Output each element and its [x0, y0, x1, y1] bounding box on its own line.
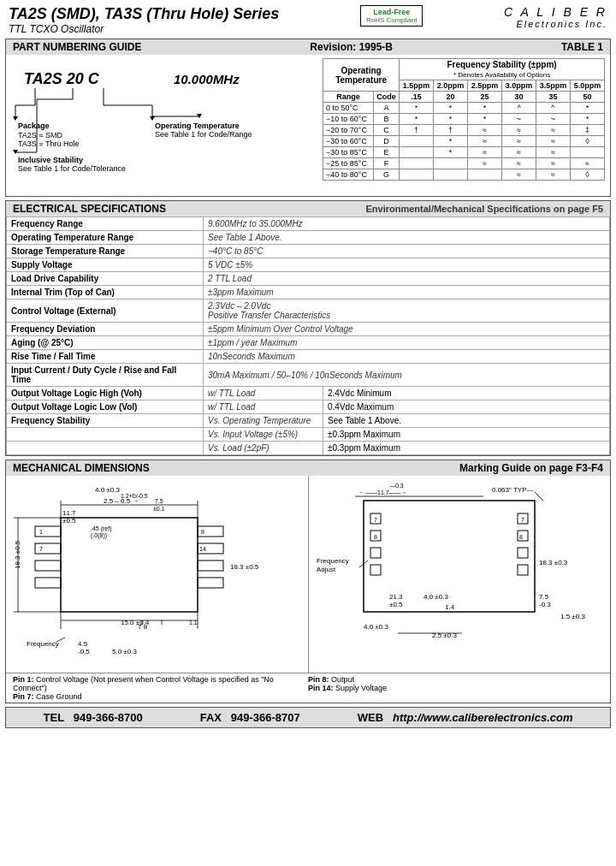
condition-cell: Vs. Operating Temperature	[204, 414, 323, 428]
svg-text:Inclusive Stability: Inclusive Stability	[18, 156, 83, 164]
stability-cell: *	[400, 103, 434, 114]
param-cell: Rise Time / Fall Time	[7, 350, 204, 364]
env-note: Environmental/Mechanical Specifications …	[365, 204, 603, 214]
electrical-section: ELECTRICAL SPECIFICATIONS Environmental/…	[5, 200, 611, 456]
ppm-col-2: 2.0ppm	[434, 80, 468, 92]
value-cell: 10nSeconds Maximum	[204, 350, 610, 364]
part-diagram-svg: TA2S 20 C 10.000MHz	[11, 58, 276, 191]
stability-cell: ≈	[536, 147, 570, 158]
value-cell: ±1ppm / year Maximum	[204, 336, 610, 350]
stability-cell	[400, 158, 434, 169]
svg-text:18.3 ±0.3: 18.3 ±0.3	[539, 559, 568, 566]
stability-cell: *	[434, 147, 468, 158]
value-cell: ±3ppm Maximum	[204, 286, 610, 300]
table-row: 0 to 50°CA***^^*	[323, 103, 605, 114]
part-numbering-section: PART NUMBERING GUIDE Revision: 1995-B TA…	[5, 39, 611, 197]
part-numbering-header: PART NUMBERING GUIDE Revision: 1995-B TA…	[6, 39, 610, 55]
brand-name: C A L I B E R	[504, 5, 607, 19]
pin-notes-right: Pin 8: Output Pin 14: Supply Voltage	[308, 675, 603, 701]
stability-cell: ≈	[502, 136, 536, 147]
code-cell: G	[374, 169, 400, 181]
svg-text:4.5: 4.5	[78, 640, 88, 648]
op-temp-header: OperatingTemperature	[323, 59, 400, 92]
svg-text:Frequency: Frequency	[27, 640, 59, 648]
table-row: Storage Temperature Range−40°C to 85°C	[7, 245, 610, 258]
temp-range-cell: 0 to 50°C	[323, 103, 374, 114]
marking-guide-svg: 0.063" TYP— ←——11.7——→ —0.3	[312, 479, 607, 667]
svg-text:4.0 ±0.3: 4.0 ±0.3	[424, 593, 448, 601]
svg-text:14: 14	[199, 546, 206, 552]
param-cell: Internal Trim (Top of Can)	[7, 286, 204, 300]
svg-text:8: 8	[201, 529, 204, 535]
svg-text:11.7: 11.7	[62, 509, 76, 517]
table-row: Frequency Deviation±5ppm Minimum Over Co…	[7, 323, 610, 336]
revision-label: Revision: 1995-B	[310, 41, 393, 53]
stability-cell: *	[434, 114, 468, 125]
stability-cell: †	[400, 125, 434, 136]
value-cell: See Table 1 Above.	[323, 414, 610, 428]
svg-text:1: 1	[39, 529, 43, 535]
badge-line2: RoHS Compliant	[366, 16, 418, 24]
code-cell: B	[374, 114, 400, 125]
svg-line-68	[535, 492, 543, 501]
table-row: −10 to 60°CB***~~*	[323, 114, 605, 125]
table-row: Input Current / Duty Cycle / Rise and Fa…	[7, 364, 610, 387]
table-row: Internal Trim (Top of Can)±3ppm Maximum	[7, 286, 610, 300]
stability-cell	[400, 136, 434, 147]
svg-text:TA2S  20  C: TA2S 20 C	[24, 70, 100, 87]
param-cell: Aging (@ 25°C)	[7, 336, 204, 350]
svg-text:7.5: 7.5	[155, 498, 163, 504]
pin-notes: Pin 1: Control Voltage (Not present when…	[6, 673, 610, 703]
table-row: Output Voltage Logic Low (Vol)w/ TTL Loa…	[7, 400, 610, 414]
svg-text:See Table 1 for Code/Tolerance: See Table 1 for Code/Tolerance	[18, 164, 126, 173]
temp-range-cell: −20 to 70°C	[323, 125, 374, 136]
pin7-label: Pin 7: Case Ground	[13, 692, 82, 701]
electrical-title: ELECTRICAL SPECIFICATIONS	[13, 203, 166, 215]
table-row: Load Drive Capability2 TTL Load	[7, 272, 610, 286]
footer-web: WEB http://www.caliberelectronics.com	[358, 711, 573, 724]
temp-range-cell: −10 to 60°C	[323, 114, 374, 125]
value-cell: 30mA Maximum / 50–10% / 10nSeconds Maxim…	[204, 364, 610, 387]
part-numbering-title: PART NUMBERING GUIDE	[13, 41, 141, 53]
freq-stability-header: Frequency Stability (±ppm) * Denotes Ava…	[400, 59, 605, 80]
svg-text:Operating Temperature: Operating Temperature	[155, 122, 240, 130]
ppm-col-5: 3.5ppm	[536, 80, 570, 92]
stability-cell: ≈	[468, 158, 502, 169]
mechanical-section: MECHANICAL DIMENSIONS Marking Guide on p…	[5, 460, 611, 703]
param-cell: Output Voltage Logic High (Voh)	[7, 387, 204, 400]
svg-text:Package: Package	[18, 122, 50, 130]
stability-cell	[434, 169, 468, 181]
value-cell: 5 VDC ±5%	[204, 258, 610, 272]
pin14-label: Pin 14: Supply Voltage	[308, 684, 387, 692]
freq-stability-table-element: OperatingTemperature Frequency Stability…	[323, 58, 605, 181]
svg-text:-0.3: -0.3	[539, 601, 551, 608]
code-header: Code	[374, 92, 400, 103]
svg-rect-27	[35, 561, 61, 571]
pin1-label: Pin 1: Control Voltage (Not present when…	[13, 675, 274, 692]
table-row: −30 to 60°CD*≈≈≈◊	[323, 136, 605, 147]
svg-text:21.3: 21.3	[389, 593, 403, 601]
part-numbering-content: TA2S 20 C 10.000MHz	[6, 55, 610, 196]
svg-text:1.1: 1.1	[189, 620, 198, 626]
mechanical-title: MECHANICAL DIMENSIONS	[13, 462, 150, 474]
table-row: Frequency StabilityVs. Operating Tempera…	[7, 414, 610, 428]
param-cell: Supply Voltage	[7, 258, 204, 272]
stability-cell: *	[570, 103, 604, 114]
svg-text:18.3 ±0.5: 18.3 ±0.5	[230, 563, 259, 571]
svg-text:—0.3: —0.3	[389, 483, 404, 489]
part-diagram: TA2S 20 C 10.000MHz	[11, 58, 317, 193]
code-cell: D	[374, 136, 400, 147]
svg-text:TA3S = Thru Hole: TA3S = Thru Hole	[18, 139, 79, 148]
brand-subtitle: Electronics Inc.	[504, 19, 607, 29]
stability-cell: *	[468, 114, 502, 125]
pin8-label: Pin 8: Output	[308, 675, 354, 684]
svg-text:8: 8	[374, 534, 377, 540]
svg-text:15.0 ±0.4: 15.0 ±0.4	[121, 619, 150, 626]
table-row: Vs. Input Voltage (±5%)±0.3ppm Maximum	[7, 428, 610, 442]
footer-fax: FAX 949-366-8707	[200, 711, 300, 724]
param-cell: Frequency Deviation	[7, 323, 204, 336]
brand-block: C A L I B E R Electronics Inc.	[504, 5, 607, 29]
stability-cell: ≈	[570, 158, 604, 169]
svg-text:1.5 ±0.3: 1.5 ±0.3	[560, 613, 585, 620]
code-val-2: 20	[434, 92, 468, 103]
